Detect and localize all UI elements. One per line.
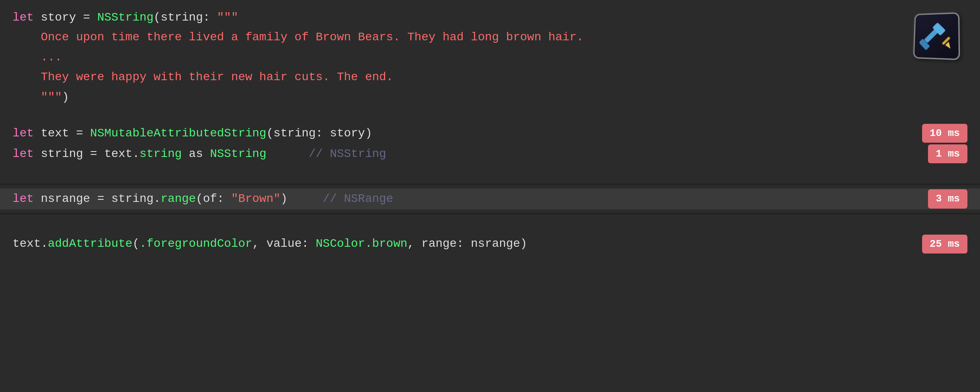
string-ellipsis: ... (13, 48, 62, 66)
spacer-1 (0, 107, 980, 123)
identifier-attr-open: ( (133, 235, 140, 253)
badge-1ms: 1 ms (928, 144, 967, 163)
identifier-spaces (266, 145, 309, 163)
string-brown: "Brown" (231, 190, 281, 208)
line-addattribute: text.addAttribute(.foregroundColor, valu… (0, 234, 980, 254)
badge-area-1ms: 1 ms (917, 144, 967, 163)
badge-10ms: 10 ms (922, 124, 967, 143)
type-nsmutable: NSMutableAttributedString (90, 124, 266, 142)
identifier-string-param: (string: (154, 8, 217, 26)
identifier-text-param: (string: story) (266, 124, 372, 142)
type-nsstring-2: NSString (210, 145, 266, 163)
identifier-range-close: ) (281, 190, 323, 208)
comment-nsrange: // NSRange (323, 190, 393, 208)
method-foregroundcolor: .foregroundColor (139, 235, 252, 253)
method-range: range (161, 190, 196, 208)
identifier-as: as (182, 145, 210, 163)
line-nsrange-decl: let nsrange = string.range(of: "Brown") … (0, 188, 980, 209)
type-nscolor: NSColor (316, 235, 365, 253)
identifier-close-paren: ) (62, 88, 69, 106)
identifier-of-param: (of: (196, 190, 231, 208)
identifier-text-ref: text. (13, 235, 48, 253)
string-once-upon: Once upon time there lived a family of B… (13, 28, 584, 46)
type-nsstring-1: NSString (97, 8, 154, 26)
method-brown: .brown (365, 235, 407, 253)
badge-area-10ms: 10 ms (914, 124, 967, 143)
divider-1 (0, 183, 980, 185)
badge-area-3ms: 3 ms (917, 189, 967, 208)
identifier-story: story = (34, 8, 97, 26)
identifier-text: text = (34, 124, 90, 142)
line-story-decl: let story = NSString(string: """ (0, 8, 980, 27)
badge-25ms: 25 ms (922, 235, 967, 253)
line-story-text-1: Once upon time there lived a family of B… (0, 27, 980, 47)
method-string: string (139, 145, 182, 163)
line-string-decl: let string = text.string as NSString // … (0, 144, 980, 164)
spacer-3 (0, 218, 980, 234)
keyword-let-2: let (13, 124, 34, 142)
identifier-string-var: string = text. (34, 145, 139, 163)
keyword-let-1: let (13, 8, 34, 26)
identifier-nsrange: nsrange = string. (34, 190, 160, 208)
string-triple-quote-open: """ (217, 8, 238, 26)
badge-3ms: 3 ms (928, 189, 967, 208)
line-story-close: """) (0, 87, 980, 107)
line-text-decl: let text = NSMutableAttributedString(str… (0, 123, 980, 144)
string-they-were: They were happy with their new hair cuts… (13, 68, 393, 86)
line-story-ellipsis: ... (0, 47, 980, 67)
badge-area-25ms: 25 ms (914, 235, 967, 253)
method-addattribute: addAttribute (48, 235, 133, 253)
identifier-value-param: , value: (252, 235, 315, 253)
keyword-let-3: let (13, 145, 34, 163)
comment-nsstring: // NSString (309, 145, 386, 163)
identifier-range-param: , range: nsrange) (407, 235, 527, 253)
string-triple-quote-close: """ (13, 88, 62, 106)
spacer-2 (0, 164, 980, 180)
code-container: let story = NSString(string: """ Once up… (0, 0, 980, 392)
divider-2 (0, 213, 980, 214)
line-story-text-2: They were happy with their new hair cuts… (0, 67, 980, 87)
keyword-let-4: let (13, 190, 34, 208)
